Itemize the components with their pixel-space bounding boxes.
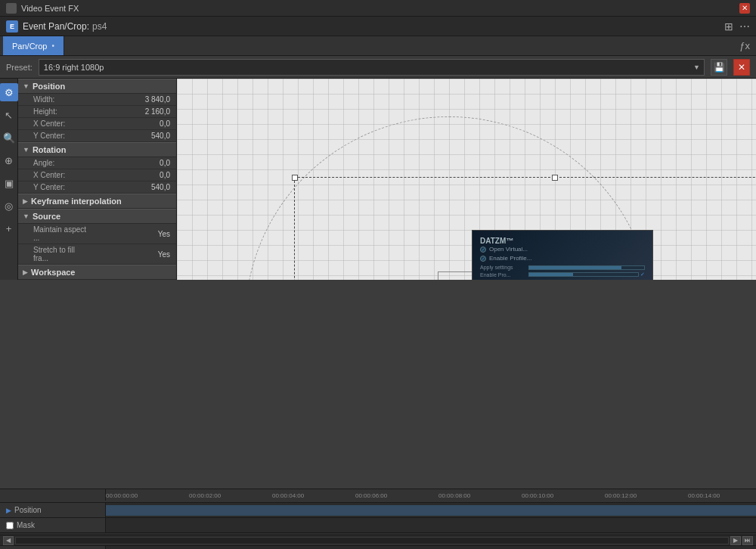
transport-controls: 🔒 ⟨⟨ ◀ ▶ ⟩⟩ + ⚙	[0, 546, 106, 549]
plugin-header: E Event Pan/Crop: ps4 ⊞ ⋯	[0, 17, 756, 36]
ycenter-value[interactable]: 540,0	[90, 132, 170, 140]
rot-xcenter-value[interactable]: 0,0	[90, 171, 170, 179]
video-thumbnail: DATZM™ Open Virtual... Enable Profile...…	[472, 230, 653, 280]
plugin-param: ps4	[92, 21, 107, 32]
scroll-right-button[interactable]: ▶	[730, 536, 741, 545]
tool-select[interactable]: ↖	[0, 106, 18, 124]
source-section-title: Source	[33, 212, 60, 221]
ruler-mark-7: 00:00:14:00	[688, 492, 720, 499]
vt-option-label-1: Enable Profile...	[489, 255, 531, 262]
rotation-section-title: Rotation	[33, 145, 67, 154]
vt-bars: Apply settings Enable Pro... ✓	[480, 265, 645, 278]
width-value[interactable]: 3 840,0	[90, 95, 170, 104]
thumbnail-options: Open Virtual... Enable Profile... Apply …	[480, 246, 645, 280]
maintain-aspect-label: Maintain aspect ...	[33, 225, 90, 242]
vt-check-1	[480, 256, 486, 262]
mask-track-content[interactable]	[106, 518, 756, 532]
angle-row: Angle: 0,0	[18, 157, 176, 169]
ruler-mark-0: 00:00:00:00	[106, 492, 138, 499]
rot-xcenter-row: X Center: 0,0	[18, 169, 176, 181]
preset-bar: Preset: 16:9 right 1080p ▼ 💾 ✕	[0, 56, 756, 79]
ruler-mark-4: 00:00:08:00	[438, 492, 470, 499]
title-bar: Video Event FX ✕	[0, 0, 756, 17]
tool-crop[interactable]: ▣	[0, 174, 18, 192]
rotation-section-header[interactable]: ▼ Rotation	[18, 142, 176, 157]
position-section-header[interactable]: ▼ Position	[18, 79, 176, 94]
preset-save-button[interactable]: 💾	[711, 59, 727, 76]
vt-bar-row-1: Enable Pro... ✓	[480, 271, 645, 278]
xcenter-value[interactable]: 0,0	[90, 119, 170, 128]
height-value[interactable]: 2 160,0	[90, 107, 170, 116]
workspace-section-title: Workspace	[31, 268, 76, 277]
mask-track-name: Mask	[17, 521, 35, 529]
preset-close-button[interactable]: ✕	[733, 59, 750, 76]
position-track-content[interactable]	[106, 503, 756, 517]
plugin-name: Event Pan/Crop:	[23, 21, 89, 32]
header-icons: ⊞ ⋯	[724, 20, 750, 33]
vt-bar-fill-0	[529, 266, 621, 269]
width-label: Width:	[33, 95, 90, 104]
stretch-label: Stretch to fill fra...	[33, 246, 90, 262]
properties-panel: ▼ Position Width: 3 840,0 Height: 2 160,…	[18, 79, 177, 280]
rot-ycenter-value[interactable]: 540,0	[90, 183, 170, 191]
stretch-row: Stretch to fill fra... Yes	[18, 244, 176, 265]
rot-ycenter-label: Y Center:	[33, 183, 90, 191]
ycenter-row: Y Center: 540,0	[18, 130, 176, 142]
rot-xcenter-label: X Center:	[33, 171, 90, 179]
tab-label: Pan/Crop	[12, 42, 47, 51]
tab-close-icon[interactable]: •	[51, 42, 54, 50]
canvas-area[interactable]: DATZM™ Open Virtual... Enable Profile...…	[177, 79, 756, 280]
playback-controls: 🔒 ⟨⟨ ◀ ▶ ⟩⟩ + ⚙ ⚙ +	[0, 545, 756, 549]
tab-pan-crop[interactable]: Pan/Crop •	[3, 36, 64, 55]
ruler-content: 00:00:00:00 00:00:02:00 00:00:04:00 00:0…	[106, 489, 756, 501]
keyframe-section-header[interactable]: ▶ Keyframe interpolation	[18, 194, 176, 209]
vt-option-1: Enable Profile...	[480, 255, 645, 262]
vt-bar-checkbox-1: ✓	[640, 271, 645, 278]
vt-check-0	[480, 247, 486, 253]
main-area: ⚙ ↖ 🔍 ⊕ ▣ ◎ + ▼ Position Width: 3 840,0 …	[0, 79, 756, 280]
handle-top-center[interactable]	[552, 175, 558, 181]
xcenter-row: X Center: 0,0	[18, 118, 176, 130]
keyframe-arrow-icon: ▶	[23, 197, 28, 205]
tool-zoom[interactable]: 🔍	[0, 129, 18, 147]
vt-bar-0	[528, 265, 645, 270]
scroll-left-button[interactable]: ◀	[3, 536, 14, 545]
vt-bar-row-0: Apply settings	[480, 265, 645, 270]
xcenter-label: X Center:	[33, 119, 90, 128]
fx-icon[interactable]: ƒx	[739, 36, 756, 55]
scroll-track[interactable]	[15, 537, 729, 544]
window-close-button[interactable]: ✕	[739, 3, 750, 14]
preset-label: Preset:	[6, 63, 33, 72]
tool-circle[interactable]: ◎	[0, 197, 18, 215]
app-icon	[6, 3, 17, 14]
vt-bar-label-0: Apply settings	[480, 265, 525, 270]
mask-track-checkbox[interactable]	[6, 522, 14, 529]
angle-value[interactable]: 0,0	[90, 159, 170, 167]
ycenter-label: Y Center:	[33, 132, 90, 140]
source-section-header[interactable]: ▼ Source	[18, 209, 176, 224]
mask-track-label: Mask	[0, 518, 106, 532]
ruler-mark-3: 00:00:06:00	[355, 492, 387, 499]
position-track: ▶ Position	[0, 503, 756, 518]
preset-select[interactable]: 16:9 right 1080p	[39, 59, 705, 76]
mask-track: Mask	[0, 518, 756, 533]
scroll-end-button[interactable]: ⏭	[742, 536, 753, 545]
dots-button[interactable]: ⋯	[739, 20, 750, 33]
source-arrow-icon: ▼	[23, 212, 29, 220]
rot-ycenter-row: Y Center: 540,0	[18, 181, 176, 194]
tool-anchor[interactable]: ⊕	[0, 151, 18, 169]
window-title: Video Event FX	[21, 4, 79, 13]
vt-option-label-0: Open Virtual...	[489, 246, 528, 253]
ruler-mark-6: 00:00:12:00	[605, 492, 637, 499]
position-track-indicator: ▶	[6, 507, 11, 514]
maintain-aspect-value[interactable]: Yes	[90, 230, 170, 238]
tool-settings[interactable]: ⚙	[0, 83, 18, 101]
grid-button[interactable]: ⊞	[724, 20, 733, 33]
stretch-value[interactable]: Yes	[90, 250, 170, 259]
height-label: Height:	[33, 107, 90, 116]
ruler-label-spacer	[0, 489, 106, 501]
workspace-section-header[interactable]: ▶ Workspace	[18, 265, 176, 280]
tool-panel: ⚙ ↖ 🔍 ⊕ ▣ ◎ +	[0, 79, 18, 280]
handle-top-left[interactable]	[292, 175, 298, 181]
tool-add[interactable]: +	[0, 219, 18, 237]
